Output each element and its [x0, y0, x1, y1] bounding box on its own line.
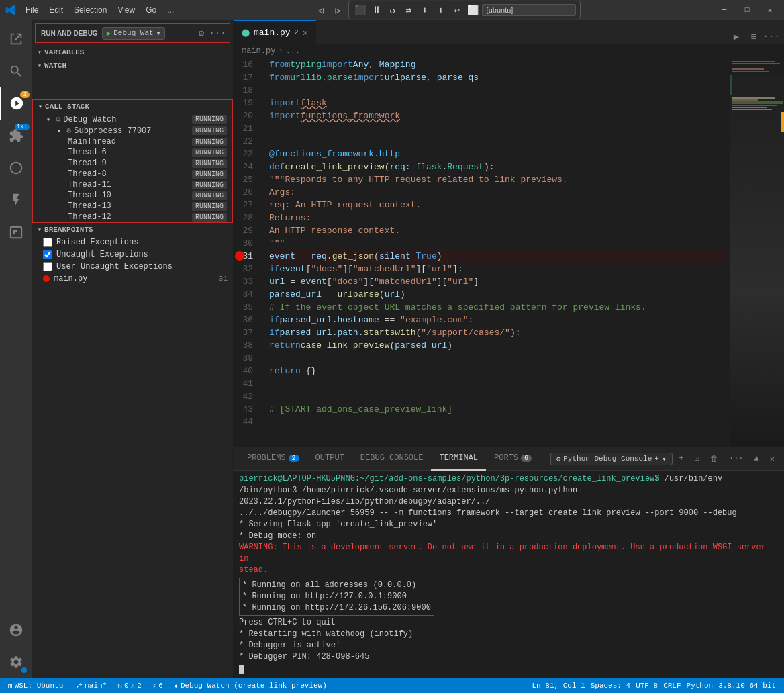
tab-ports[interactable]: PORTS 6 [486, 447, 540, 471]
thread-name: Thread-12 [68, 212, 111, 222]
debug-stop-button[interactable]: ⬛ [353, 3, 368, 17]
debug-pause-button[interactable]: ⏸ [369, 3, 384, 17]
status-branch[interactable]: ⎇ main* [71, 682, 109, 690]
python-debug-console-button[interactable]: ⚙ Python Debug Console + ▾ [550, 453, 673, 465]
tab-output[interactable]: OUTPUT [307, 447, 352, 471]
activity-account[interactable] [0, 614, 32, 646]
menu-selection[interactable]: Selection [70, 4, 111, 16]
close-panel-button[interactable]: ✕ [766, 453, 779, 465]
new-terminal-button[interactable]: + [675, 453, 688, 465]
tab-close-button[interactable]: ✕ [303, 27, 308, 38]
line-num-40: 40 [234, 365, 258, 377]
status-ports[interactable]: ⚡ 6 [150, 682, 166, 690]
more-actions-button[interactable]: ··· [764, 29, 779, 44]
status-sync[interactable]: ↻ 0 ⚠ 2 [115, 682, 144, 690]
user-uncaught-checkbox[interactable] [43, 262, 52, 271]
activity-search[interactable] [0, 55, 32, 87]
sync-count: 0 [124, 682, 129, 690]
nav-forward-button[interactable]: ▷ [331, 3, 346, 17]
expand-icon: ▾ [46, 116, 50, 124]
split-editor-button[interactable]: ⊞ [746, 29, 761, 44]
maximize-button[interactable]: □ [738, 3, 756, 17]
tab-mainpy[interactable]: ⬤ main.py 2 ✕ [234, 20, 316, 44]
debug-continue-button[interactable]: ↩ [450, 3, 464, 17]
nav-back-button[interactable]: ◁ [313, 3, 328, 17]
menu-more[interactable]: ... [163, 4, 178, 16]
call-stack-item-mainthread[interactable]: MainThread RUNNING [33, 136, 232, 147]
activity-settings[interactable] [0, 646, 32, 678]
kill-terminal-button[interactable]: 🗑 [706, 453, 722, 465]
line-num-16: 16 [234, 58, 258, 71]
ports-icon: ⚡ [152, 682, 157, 690]
line-num-20: 20 [234, 109, 258, 122]
activity-remote[interactable] [0, 152, 32, 184]
breakpoints-header[interactable]: ▾ BREAKPOINTS [32, 223, 233, 236]
call-stack-item-thread10[interactable]: Thread-10 RUNNING [33, 190, 232, 201]
thread-name: Thread-13 [68, 201, 111, 211]
call-stack-header[interactable]: ▾ CALL STACK [33, 100, 232, 113]
more-panel-button[interactable]: ··· [725, 453, 748, 465]
close-button[interactable]: ✕ [761, 3, 779, 17]
debug-more-button[interactable]: ··· [211, 26, 224, 40]
call-stack-item-thread8[interactable]: Thread-8 RUNNING [33, 169, 232, 179]
code-line-33: url = event["docs"]["matchedUrl"]["url"] [269, 275, 725, 288]
code-line-32: if event["docs"]["matchedUrl"]["url"]: [269, 263, 725, 275]
minimize-button[interactable]: ─ [716, 3, 733, 17]
terminal-content[interactable]: pierrick@LAPTOP-HKU5PNNG:~/git/add-ons-s… [234, 471, 784, 678]
status-position[interactable]: Ln 81, Col 1 [530, 682, 588, 690]
breadcrumb-file[interactable]: main.py [242, 46, 275, 56]
status-debug[interactable]: ⬥ Debug Watch (create_link_preview) [171, 682, 330, 690]
status-line-ending[interactable]: CRLF [660, 682, 683, 690]
split-terminal-button[interactable]: ⊞ [691, 453, 703, 465]
activity-docker[interactable] [0, 216, 32, 248]
raised-exceptions-checkbox[interactable] [43, 238, 52, 247]
debug-config-selector[interactable]: ▶ Debug Wat ▾ [102, 27, 166, 40]
menu-edit[interactable]: Edit [45, 4, 67, 16]
status-spaces[interactable]: Spaces: 4 [588, 682, 633, 690]
menu-file[interactable]: File [21, 4, 42, 16]
breadcrumb-more[interactable]: ... [286, 46, 301, 56]
tab-debug-console[interactable]: DEBUG CONSOLE [352, 447, 432, 471]
menu-go[interactable]: Go [142, 4, 160, 16]
terminal-command-cont: ../../debugpy/launcher 56959 -- -m funct… [239, 508, 737, 518]
user-uncaught-label: User Uncaught Exceptions [56, 262, 173, 271]
status-encoding[interactable]: UTF-8 [633, 682, 660, 690]
editor-area: ⬤ main.py 2 ✕ ▶ ⊞ ··· main.py › ... 16 1… [234, 20, 784, 678]
line-num-32: 32 [234, 263, 258, 275]
call-stack-item-thread6[interactable]: Thread-6 RUNNING [33, 147, 232, 158]
call-stack-item-debug-watch[interactable]: ▾ ⚙ Debug Watch RUNNING [33, 113, 232, 125]
maximize-panel-button[interactable]: ▲ [750, 453, 763, 465]
watch-header[interactable]: ▾ WATCH [32, 59, 233, 73]
status-language[interactable]: Python [684, 682, 716, 690]
call-stack-item-thread11[interactable]: Thread-11 RUNNING [33, 179, 232, 190]
code-line-17: from urllib.parse import urlparse, parse… [269, 71, 725, 84]
activity-extensions[interactable]: 1k+ [0, 120, 32, 152]
status-wsl[interactable]: ⊞ WSL: Ubuntu [5, 682, 66, 690]
debug-input-field[interactable] [482, 4, 576, 16]
debug-step-out-button[interactable]: ⬆ [434, 3, 448, 17]
terminal-restart: * Restarting with watchdog (inotify) [239, 629, 779, 640]
debug-stop2-button[interactable]: ⬜ [466, 3, 481, 17]
call-stack-item-thread13[interactable]: Thread-13 RUNNING [33, 201, 232, 212]
debug-settings-button[interactable]: ⚙ [195, 26, 208, 40]
tab-terminal[interactable]: TERMINAL [431, 447, 486, 471]
debug-step-over-button[interactable]: ⇄ [401, 3, 416, 17]
debug-step-into-button[interactable]: ⬇ [418, 3, 432, 17]
debug-restart-button[interactable]: ↺ [385, 3, 400, 17]
activity-testing[interactable] [0, 184, 32, 216]
code-line-29: An HTTP response context. [269, 224, 725, 237]
variables-header[interactable]: ▾ VARIABLES [32, 46, 233, 59]
run-code-button[interactable]: ▶ [729, 29, 744, 44]
call-stack-item-thread9[interactable]: Thread-9 RUNNING [33, 158, 232, 169]
code-content[interactable]: from typing import Any, Mapping from url… [264, 58, 730, 447]
tab-problems[interactable]: PROBLEMS 2 [239, 447, 307, 471]
activity-run-debug[interactable]: 1 [0, 87, 32, 120]
status-python-version[interactable]: 3.8.10 64-bit [716, 682, 779, 690]
status-badge: RUNNING [192, 126, 227, 135]
menu-view[interactable]: View [113, 4, 139, 16]
call-stack-item-subprocess[interactable]: ▾ ⚙ Subprocess 77007 RUNNING [33, 125, 232, 136]
code-line-27: req: An HTTP request context. [269, 199, 725, 212]
call-stack-item-thread12[interactable]: Thread-12 RUNNING [33, 212, 232, 222]
uncaught-exceptions-checkbox[interactable] [43, 250, 52, 259]
activity-explorer[interactable] [0, 23, 32, 55]
